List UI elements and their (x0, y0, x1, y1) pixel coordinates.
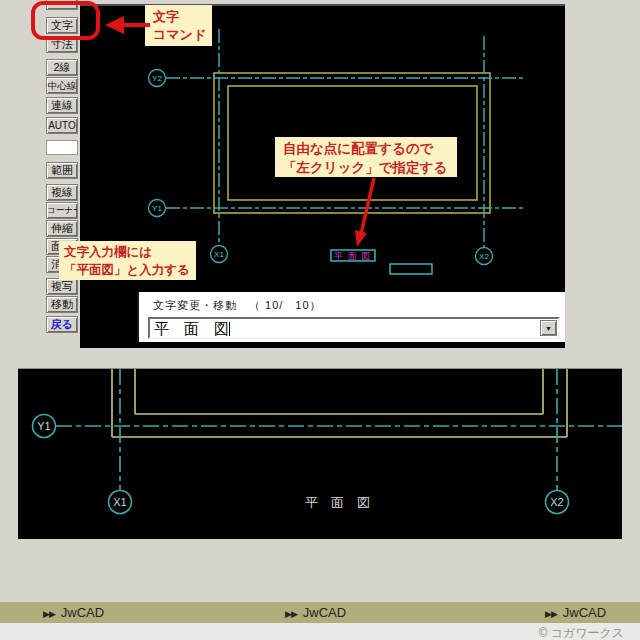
footer-link-label: JwCAD (563, 605, 606, 620)
y1-axis-label: Y1 (37, 420, 50, 432)
text-edit-dialog: 文字変更・移動 （ 10/ 10） 平 面 図 ▼ (137, 292, 565, 342)
annotation-line: 文字入力欄には (64, 243, 196, 261)
toolbar-button-6[interactable]: AUTO (46, 117, 78, 134)
arrow-line-place (361, 178, 374, 234)
toolbar-button-15[interactable]: 戻る (46, 316, 78, 333)
annotation-line: コマンド (153, 26, 212, 44)
double-arrow-icon: ▶▶ (545, 609, 557, 619)
annotation-input-hint: 文字入力欄には 「平面図」と入力する (59, 241, 196, 280)
footer-link-jwcad-3[interactable]: ▶▶JwCAD (545, 605, 606, 620)
text-input-combo[interactable]: 平 面 図 ▼ (148, 317, 560, 339)
toolbar-button-3[interactable]: 2線 (46, 59, 78, 76)
toolbar-button-10[interactable]: 伸縮 (46, 220, 78, 237)
x1-axis-label: X1 (214, 250, 224, 259)
annotation-line: 自由な点に配置するので (283, 139, 457, 158)
double-arrow-icon: ▶▶ (285, 609, 297, 619)
text-input-value: 平 面 図 (154, 320, 230, 339)
annotation-free-placement: 自由な点に配置するので 「左クリック」で指定する (275, 137, 457, 177)
annotation-line: 文字 (153, 8, 212, 26)
footer-link-jwcad-2[interactable]: ▶▶JwCAD (285, 605, 346, 620)
tutorial-top-section: 文字寸法2線中心線連線AUTO範囲複線コーナー伸縮面取消去複写移動戻る Y2 Y… (0, 0, 640, 360)
toolbar-button-9[interactable]: コーナー (46, 202, 78, 219)
command-highlight-circle (31, 1, 100, 40)
x2-axis-label: X2 (550, 496, 563, 508)
placed-text: 平面図 (334, 251, 375, 261)
toolbar-button-14[interactable]: 移動 (46, 296, 78, 313)
plan-caption: 平 面 図 (305, 495, 370, 510)
toolbar-spacer (46, 140, 78, 155)
footer-link-label: JwCAD (303, 605, 346, 620)
y1-axis-label: Y1 (152, 204, 162, 213)
toolbar-button-8[interactable]: 複線 (46, 184, 78, 201)
text-caret (229, 322, 230, 336)
y2-axis-label: Y2 (152, 74, 162, 83)
cad-drawing-canvas-bottom[interactable]: Y1 X1 X2 平 面 図 (18, 368, 622, 539)
arrow-head-place (355, 230, 367, 247)
empty-text-box[interactable] (390, 264, 432, 274)
copyright-text: © コガワークス (538, 625, 624, 640)
x2-axis-label: X2 (479, 252, 489, 261)
dialog-title: 文字変更・移動 （ 10/ 10） (153, 298, 322, 313)
footer-link-jwcad-1[interactable]: ▶▶JwCAD (43, 605, 104, 620)
toolbar-button-4[interactable]: 中心線 (46, 77, 78, 94)
toolbar-button-7[interactable]: 範囲 (46, 162, 78, 179)
x1-axis-label: X1 (113, 496, 126, 508)
combo-dropdown-button[interactable]: ▼ (540, 320, 557, 336)
toolbar-button-5[interactable]: 連線 (46, 97, 78, 114)
toolbar-button-13[interactable]: 複写 (46, 278, 78, 295)
footer-link-label: JwCAD (61, 605, 104, 620)
left-toolbar: 文字寸法2線中心線連線AUTO範囲複線コーナー伸縮面取消去複写移動戻る (45, 0, 80, 348)
cad-drawing-bottom: Y1 X1 X2 平 面 図 (18, 369, 622, 540)
footer-bar: ▶▶JwCAD▶▶JwCAD▶▶JwCAD (0, 602, 640, 623)
double-arrow-icon: ▶▶ (43, 609, 55, 619)
annotation-line: 「平面図」と入力する (64, 261, 196, 279)
annotation-line: 「左クリック」で指定する (283, 158, 457, 177)
annotation-text-command: 文字 コマンド (145, 5, 212, 46)
